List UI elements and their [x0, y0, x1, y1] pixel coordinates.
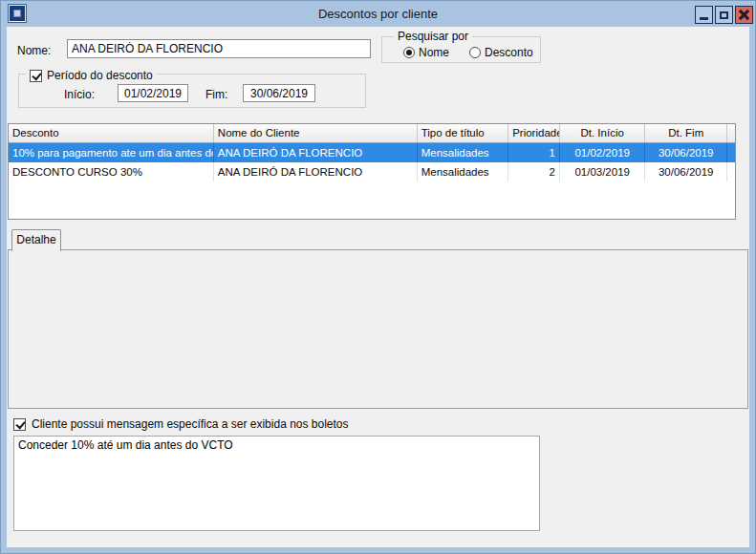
cell-prioridade: 2 — [508, 162, 560, 181]
column-header-dt-inicio[interactable]: Dt. Início — [560, 124, 646, 142]
minimize-icon — [700, 17, 708, 20]
period-legend[interactable]: Período do desconto — [26, 69, 157, 82]
table-row[interactable]: 10% para pagamento ate um dia antes do A… — [9, 143, 735, 162]
period-fim-input[interactable] — [243, 84, 315, 102]
cell-dt-fim: 30/06/2019 — [645, 162, 727, 181]
minimize-button[interactable] — [695, 6, 713, 24]
discounts-table: Desconto Nome do Cliente Tipo de título … — [8, 123, 736, 220]
search-by-legend: Pesquisar por — [394, 30, 472, 43]
tab-detalhe[interactable]: Detalhe — [11, 229, 61, 251]
cell-dt-fim: 30/06/2019 — [645, 143, 727, 162]
name-input[interactable] — [67, 39, 371, 58]
window-title: Descontos por cliente — [0, 7, 756, 21]
detail-panel — [8, 249, 748, 409]
cell-prioridade: 1 — [508, 143, 560, 162]
message-checkbox[interactable] — [13, 418, 26, 431]
radio-nome[interactable]: Nome — [403, 46, 449, 59]
cell-desconto: 10% para pagamento ate um dia antes do — [9, 143, 214, 162]
cell-nome-cliente: ANA DEIRÓ DA FLORENCIO — [214, 143, 418, 162]
period-checkbox-label: Período do desconto — [47, 69, 153, 82]
radio-desconto-label: Desconto — [485, 46, 533, 59]
cell-tipo-titulo: Mensalidades — [418, 143, 509, 162]
column-header-prioridade[interactable]: Prioridade — [508, 124, 560, 142]
message-checkbox-row[interactable]: Cliente possui mensagem específica a ser… — [13, 417, 349, 431]
window: Descontos por cliente Nome: Pesquisar po… — [0, 0, 756, 554]
radio-desconto[interactable]: Desconto — [469, 46, 533, 59]
cell-filler — [727, 143, 735, 162]
period-inicio-input[interactable] — [118, 84, 188, 102]
cell-filler — [727, 162, 735, 181]
period-checkbox[interactable] — [30, 70, 42, 82]
period-inicio-label: Início: — [64, 88, 95, 101]
cell-dt-inicio: 01/03/2019 — [560, 162, 646, 181]
close-icon — [739, 10, 749, 20]
table-row[interactable]: DESCONTO CURSO 30% ANA DEIRÓ DA FLORENCI… — [9, 162, 735, 181]
titlebar: Descontos por cliente — [0, 0, 756, 27]
cell-tipo-titulo: Mensalidades — [418, 162, 509, 181]
column-header-tipo-titulo[interactable]: Tipo de título — [418, 124, 509, 142]
message-checkbox-label: Cliente possui mensagem específica a ser… — [32, 417, 349, 431]
maximize-button[interactable] — [715, 6, 733, 24]
message-textarea[interactable]: Conceder 10% até um dia antes do VCTO — [13, 436, 540, 531]
column-header-filler — [727, 124, 735, 142]
radio-nome-icon — [403, 47, 415, 58]
column-header-desconto[interactable]: Desconto — [9, 124, 214, 142]
maximize-icon — [720, 11, 728, 19]
table-header: Desconto Nome do Cliente Tipo de título … — [9, 124, 735, 143]
cell-dt-inicio: 01/02/2019 — [560, 143, 646, 162]
search-by-groupbox: Pesquisar por Nome Desconto — [381, 36, 541, 63]
cell-desconto: DESCONTO CURSO 30% — [9, 162, 214, 181]
close-button[interactable] — [735, 6, 753, 24]
name-label: Nome: — [17, 44, 51, 57]
column-header-dt-fim[interactable]: Dt. Fim — [645, 124, 727, 142]
period-fim-label: Fim: — [205, 88, 227, 101]
radio-nome-label: Nome — [419, 46, 449, 59]
window-controls — [695, 6, 753, 24]
cell-nome-cliente: ANA DEIRÓ DA FLORENCIO — [214, 162, 418, 181]
column-header-nome-cliente[interactable]: Nome do Cliente — [214, 124, 418, 142]
radio-desconto-icon — [469, 47, 481, 58]
